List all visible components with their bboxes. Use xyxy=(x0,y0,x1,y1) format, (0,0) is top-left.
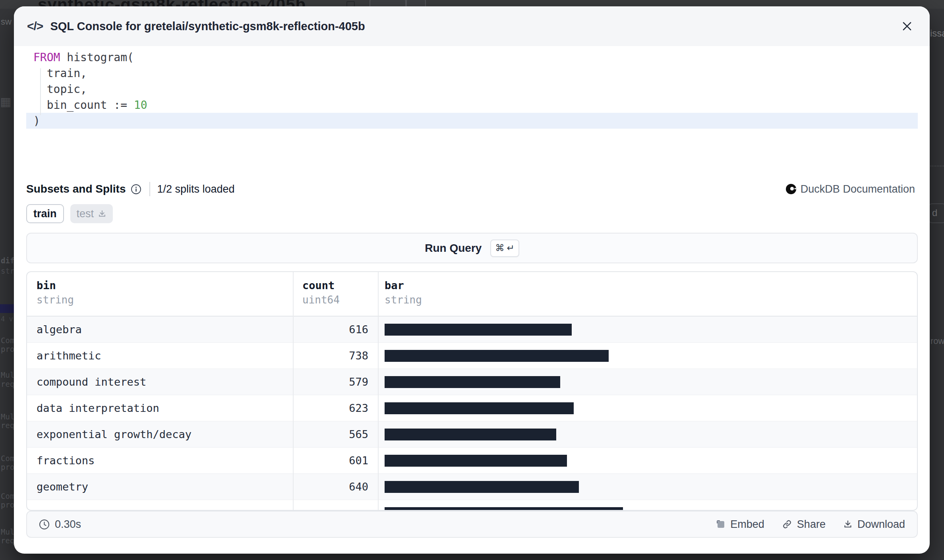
code-line[interactable]: FROM histogram( xyxy=(26,49,918,65)
bar-cell xyxy=(385,429,556,440)
background-fragment: pro xyxy=(1,500,14,509)
modal-header: </> SQL Console for gretelai/synthetic-g… xyxy=(14,6,930,46)
split-pills: train test xyxy=(26,204,113,223)
table-row: data interpretation623 xyxy=(27,395,917,421)
table-header: bin string count uint64 bar string xyxy=(27,272,917,317)
sql-console-modal: </> SQL Console for gretelai/synthetic-g… xyxy=(14,6,930,554)
column-header-count: count uint64 xyxy=(302,279,340,306)
bin-cell: exponential growth/decay xyxy=(37,428,192,440)
bin-cell: fractions xyxy=(37,454,95,467)
query-footer: 0.30s Embed Share Download xyxy=(26,511,918,538)
background-fragment: Com xyxy=(1,336,14,345)
code-token-plain: histogram( xyxy=(60,51,133,64)
embed-label: Embed xyxy=(730,518,764,531)
download-label: Download xyxy=(857,518,905,531)
background-fragment: pro xyxy=(1,345,14,353)
table-row: fractions601 xyxy=(27,448,917,474)
divider xyxy=(149,182,150,196)
code-token-keyword: FROM xyxy=(33,51,60,64)
background-fragment: Mul xyxy=(1,371,14,379)
query-duration: 0.30s xyxy=(39,518,81,531)
embed-button[interactable]: Embed xyxy=(716,518,764,531)
info-icon[interactable] xyxy=(131,184,141,195)
screen: synthetic-gsm8k-reflection-405b sw ▦ V d… xyxy=(0,0,944,560)
bin-cell: geometry xyxy=(37,481,88,493)
background-fragment: req xyxy=(1,421,14,430)
histogram-bar xyxy=(385,350,609,362)
background-fragment: Mul xyxy=(1,527,14,536)
column-name: count xyxy=(302,279,340,292)
split-pill-train[interactable]: train xyxy=(26,204,64,223)
sql-editor[interactable]: FROM histogram( train, topic, bin_count … xyxy=(14,46,930,165)
count-cell: 579 xyxy=(293,376,368,388)
splits-loaded-status: 1/2 splits loaded xyxy=(157,183,235,195)
bar-cell xyxy=(385,376,560,388)
keyboard-shortcut-badge: ⌘ ↵ xyxy=(490,239,519,257)
clock-icon xyxy=(39,519,50,530)
histogram-bar xyxy=(385,481,579,493)
column-header-bar: bar string xyxy=(385,279,422,306)
download-button[interactable]: Download xyxy=(843,518,905,531)
share-button[interactable]: Share xyxy=(782,518,826,531)
count-cell: 565 xyxy=(293,428,368,440)
background-fragment: 4 v xyxy=(1,315,13,323)
duration-label: 0.30s xyxy=(55,518,81,531)
embed-icon xyxy=(716,519,725,529)
table-row: arithmetic738 xyxy=(27,343,917,369)
cmd-key: ⌘ xyxy=(495,243,504,253)
bar-cell xyxy=(385,324,572,336)
background-fragment: Mul xyxy=(1,412,14,421)
code-icon: </> xyxy=(27,19,43,33)
code-line[interactable]: bin_count := 10 xyxy=(26,97,918,113)
column-name: bin xyxy=(37,279,74,292)
bar-cell xyxy=(385,350,609,362)
indent-guide xyxy=(40,68,41,115)
code-line[interactable]: ) xyxy=(26,113,918,129)
background-fragment: req xyxy=(1,536,14,545)
share-label: Share xyxy=(797,518,826,531)
run-query-button[interactable]: Run Query ⌘ ↵ xyxy=(26,233,918,263)
return-key: ↵ xyxy=(507,243,514,253)
column-type: string xyxy=(385,294,422,306)
subsets-row: Subsets and Splits 1/2 splits loaded Duc… xyxy=(26,180,915,198)
background-fragment: pro xyxy=(1,463,14,471)
background-fragment: dif xyxy=(1,256,14,265)
histogram-bar xyxy=(385,402,574,414)
background-fragment: row xyxy=(930,336,944,346)
subsets-heading: Subsets and Splits xyxy=(26,183,126,195)
results-table: bin string count uint64 bar string algeb… xyxy=(26,271,918,511)
split-label: test xyxy=(77,208,94,220)
table-body: algebra616arithmetic738compound interest… xyxy=(27,317,917,500)
code-token-plain: topic, xyxy=(33,83,87,96)
bar-cell xyxy=(385,507,623,511)
code-token-plain: ) xyxy=(33,114,40,127)
duckdb-documentation-link[interactable]: DuckDB Documentation xyxy=(785,183,915,195)
count-cell: 738 xyxy=(293,350,368,362)
bin-cell: arithmetic xyxy=(37,350,101,362)
table-row: geometry640 xyxy=(27,474,917,500)
histogram-bar xyxy=(385,376,560,388)
code-line[interactable]: train, xyxy=(26,65,918,81)
background-dotted-line xyxy=(930,166,944,166)
bar-cell xyxy=(385,402,574,414)
code-line[interactable]: topic, xyxy=(26,81,918,97)
download-icon xyxy=(98,209,106,218)
background-fragment: sw xyxy=(1,17,12,27)
count-cell: 640 xyxy=(293,481,368,493)
run-query-label: Run Query xyxy=(425,242,482,255)
column-divider xyxy=(378,272,379,510)
column-name: bar xyxy=(385,279,422,292)
split-pill-test[interactable]: test xyxy=(70,204,113,223)
table-row: algebra616 xyxy=(27,317,917,343)
close-icon[interactable] xyxy=(900,19,914,33)
background-fragment: str xyxy=(1,266,14,275)
histogram-bar xyxy=(385,429,556,440)
background-fragment: issa xyxy=(930,28,944,39)
bar-cell xyxy=(385,455,567,467)
table-row: compound interest579 xyxy=(27,369,917,395)
modal-title: SQL Console for gretelai/synthetic-gsm8k… xyxy=(50,20,365,33)
code-token-number: 10 xyxy=(134,98,147,112)
bar-cell xyxy=(385,481,579,493)
column-type: string xyxy=(37,294,74,306)
column-header-bin: bin string xyxy=(37,279,74,306)
